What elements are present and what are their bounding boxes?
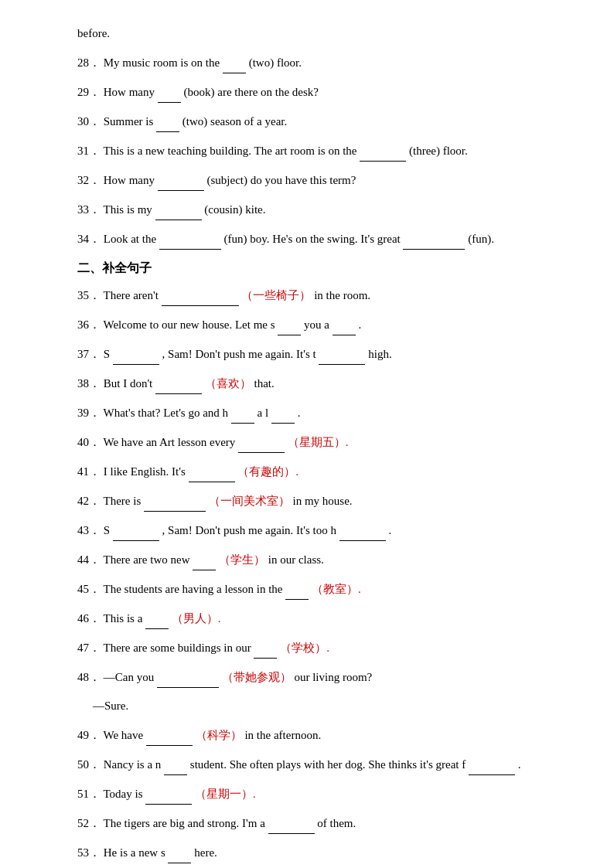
q38-hint1: （喜欢） — [205, 377, 251, 390]
q36-text3: . — [358, 318, 361, 331]
q31-blank1[interactable] — [360, 140, 406, 162]
q51-hint1: （星期一）. — [195, 788, 256, 800]
question-33: 33． This is my (cousin) kite. — [77, 199, 552, 220]
q44-blank1[interactable] — [193, 549, 216, 570]
q33-hint1: (cousin) — [204, 203, 245, 216]
q48-text2: our living room? — [294, 671, 372, 683]
question-46: 46． This is a （男人）. — [77, 608, 552, 629]
q39-blank2[interactable] — [271, 402, 295, 424]
q42-blank1[interactable] — [144, 490, 206, 512]
q48-text1: —Can you — [104, 671, 157, 683]
q28-hint1: (two) — [249, 56, 277, 69]
q39-text1: What's that? Let's go and h — [103, 407, 228, 419]
question-35: 35． There aren't （一些椅子） in the room. — [77, 284, 552, 306]
q31-text2: floor. — [443, 145, 468, 157]
q46-num: 46． — [77, 612, 101, 625]
intro-line: before. — [77, 23, 552, 44]
q31-num: 31． — [77, 145, 101, 157]
q42-num: 42． — [77, 495, 101, 507]
q40-blank1[interactable] — [238, 431, 285, 453]
q29-text2: are there on the desk? — [217, 86, 319, 98]
q50-blank1[interactable] — [164, 754, 187, 775]
q37-blank1[interactable] — [113, 343, 159, 365]
question-28: 28． My music room is on the (two) floor. — [77, 52, 552, 73]
q37-num: 37． — [77, 348, 101, 360]
q40-hint1: （星期五）. — [288, 436, 349, 448]
q44-text2: in our class. — [268, 553, 324, 566]
q53-num: 53． — [77, 846, 101, 859]
q39-blank1[interactable] — [231, 402, 254, 424]
q46-hint1: （男人）. — [172, 612, 221, 625]
q29-text1: How many — [104, 86, 158, 98]
q52-num: 52． — [77, 817, 101, 829]
q43-text2: , Sam! Don't push me again. It's too h — [162, 524, 336, 536]
q35-hint1: （一些椅子） — [241, 289, 311, 301]
q35-text1: There aren't — [103, 289, 161, 301]
question-49: 49． We have （科学） in the afternoon. — [77, 724, 552, 746]
q29-hint1: (book) — [184, 86, 218, 98]
q50-num: 50． — [77, 758, 101, 771]
q48-blank1[interactable] — [157, 666, 219, 688]
question-34: 34． Look at the (fun) boy. He's on the s… — [77, 228, 552, 250]
question-50: 50． Nancy is a n student. She often play… — [77, 754, 552, 775]
q34-blank2[interactable] — [403, 228, 465, 250]
q37-blank2[interactable] — [319, 343, 365, 365]
q50-text2: student. She often plays with her dog. S… — [190, 758, 466, 771]
q32-blank1[interactable] — [158, 169, 204, 191]
q51-text1: Today is — [103, 788, 145, 800]
q32-num: 32． — [77, 174, 101, 186]
q53-blank1[interactable] — [168, 842, 191, 863]
q46-blank1[interactable] — [145, 608, 169, 629]
question-51: 51． Today is （星期一）. — [77, 783, 552, 805]
q40-text1: We have an Art lesson every — [103, 436, 238, 448]
q34-num: 34． — [77, 233, 101, 245]
q49-num: 49． — [77, 729, 101, 741]
q43-blank2[interactable] — [339, 519, 386, 541]
q45-text1: The students are having a lesson in the — [103, 583, 285, 595]
q28-text1: My music room is on the — [104, 56, 223, 69]
q33-blank1[interactable] — [155, 199, 202, 220]
q29-blank1[interactable] — [158, 81, 181, 103]
q38-text1: But I don't — [104, 377, 155, 390]
q34-hint2: (fun). — [468, 233, 494, 245]
q45-blank1[interactable] — [285, 578, 309, 600]
question-53: 53． He is a new s here. — [77, 842, 552, 863]
q49-hint1: （科学） — [196, 729, 242, 741]
q38-blank1[interactable] — [155, 373, 202, 394]
q36-text2: you a — [304, 318, 329, 331]
q36-blank1[interactable] — [278, 314, 301, 335]
q37-text2: , Sam! Don't push me again. It's t — [162, 348, 316, 360]
q38-text2: that. — [254, 377, 275, 390]
q47-blank1[interactable] — [254, 637, 277, 659]
q30-hint1: (two) — [182, 115, 210, 128]
q29-num: 29． — [77, 86, 101, 98]
q41-hint1: （有趣的）. — [237, 465, 298, 478]
q30-blank1[interactable] — [156, 111, 179, 132]
q47-text1: There are some buildings in our — [103, 642, 254, 654]
q34-text2: boy. He's on the swing. It's great — [250, 233, 403, 245]
q41-blank1[interactable] — [189, 461, 235, 482]
q34-blank1[interactable] — [159, 228, 221, 250]
q50-blank2[interactable] — [469, 754, 515, 775]
q36-num: 36． — [77, 318, 101, 331]
question-43: 43． S , Sam! Don't push me again. It's t… — [77, 519, 552, 541]
q28-blank1[interactable] — [223, 52, 246, 73]
q53-text1: He is a new s — [104, 846, 165, 859]
q30-text2: season of a year. — [210, 115, 287, 128]
question-31: 31． This is a new teaching building. The… — [77, 140, 552, 162]
q47-num: 47． — [77, 642, 101, 654]
q49-blank1[interactable] — [146, 724, 193, 746]
q51-blank1[interactable] — [145, 783, 192, 805]
q35-blank1[interactable] — [162, 284, 239, 306]
q52-text2: of them. — [317, 817, 356, 829]
q36-text1: Welcome to our new house. Let me s — [103, 318, 275, 331]
q43-blank1[interactable] — [113, 519, 159, 541]
q36-blank2[interactable] — [333, 314, 356, 335]
question-36: 36． Welcome to our new house. Let me s y… — [77, 314, 552, 335]
question-44: 44． There are two new （学生） in our class. — [77, 549, 552, 570]
question-37: 37． S , Sam! Don't push me again. It's t… — [77, 343, 552, 365]
q44-text1: There are two new — [103, 553, 193, 566]
q41-num: 41． — [77, 465, 101, 478]
q33-num: 33． — [77, 203, 101, 216]
q52-blank1[interactable] — [268, 812, 315, 834]
